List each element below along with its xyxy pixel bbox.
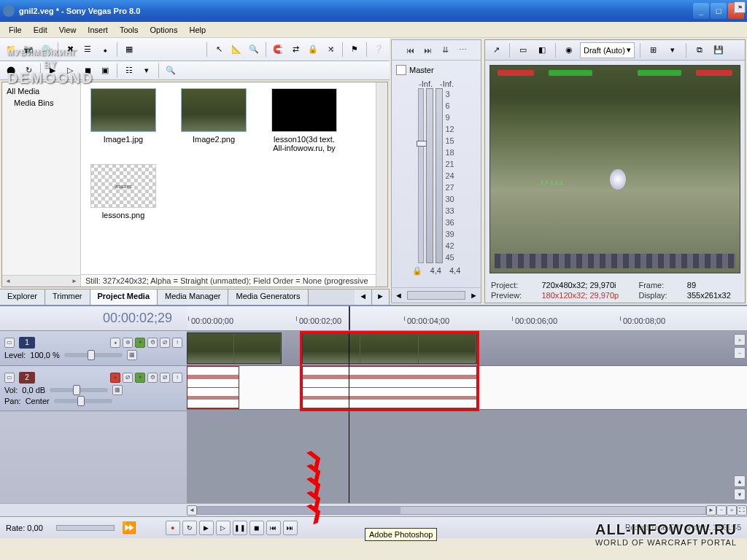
timecode-display[interactable]: 00:00:02;29 xyxy=(0,306,187,330)
pan-slider[interactable] xyxy=(54,399,112,403)
playhead-line[interactable] xyxy=(349,331,349,503)
menu-tools[interactable]: Tools xyxy=(114,24,144,36)
timeline-marker-icon[interactable]: ⚑ xyxy=(734,1,746,13)
menu-view[interactable]: View xyxy=(53,24,82,36)
tree-media-bins[interactable]: Media Bins xyxy=(5,97,77,109)
preview-split-icon[interactable]: ◧ xyxy=(534,42,550,58)
audio-clip-1[interactable] xyxy=(187,366,239,409)
play-from-start-button[interactable]: ▶ xyxy=(199,521,214,535)
hscroll-left[interactable]: ◄ xyxy=(187,505,197,516)
list-view-icon[interactable]: ☷ xyxy=(121,63,137,79)
dropdown-icon[interactable]: ▾ xyxy=(139,63,155,79)
timeline-ruler[interactable]: 00:00:00;00 00:00:02;00 00:00:04;00 00:0… xyxy=(187,306,747,330)
shuttle-icon[interactable]: ⏩ xyxy=(122,521,136,534)
tree-all-media[interactable]: All Media xyxy=(5,85,77,97)
go-end-button[interactable]: ⏭ xyxy=(283,521,298,535)
fit-icon[interactable]: ⛶ xyxy=(737,505,747,516)
end-icon[interactable]: ▣ xyxy=(97,63,113,79)
track-lanes[interactable]: ＋ － ▲ ▼ xyxy=(187,331,747,503)
hzoom-in-icon[interactable]: ＋ xyxy=(727,505,737,516)
track-min-icon[interactable]: ▭ xyxy=(4,338,15,348)
tab-explorer[interactable]: Explorer xyxy=(0,289,45,305)
record-icon[interactable]: ⬤ xyxy=(3,63,19,79)
tab-trimmer[interactable]: Trimmer xyxy=(45,289,90,305)
thumb-image1[interactable]: Image1.jpg xyxy=(87,88,160,152)
preview-quality-icon[interactable]: ◉ xyxy=(561,42,577,58)
tab-media-generators[interactable]: Media Generators xyxy=(228,289,308,305)
search-icon[interactable]: 🔍 xyxy=(163,63,179,79)
crossfade-icon[interactable]: ⤨ xyxy=(322,42,338,58)
menu-options[interactable]: Options xyxy=(144,24,184,36)
vzoom-in-icon[interactable]: ＋ xyxy=(734,334,746,346)
capture-icon[interactable]: 📷 xyxy=(20,42,36,58)
video-preview[interactable]: 7,7-1,1,1 xyxy=(489,65,740,273)
thumb-image2[interactable]: Image2.png xyxy=(177,88,250,152)
tab-project-media[interactable]: Project Media xyxy=(90,289,158,305)
track-height-up-icon[interactable]: ▲ xyxy=(734,475,746,487)
preview-overlay-icon[interactable]: ▾ xyxy=(665,42,681,58)
comp-mode-icon[interactable]: ▦ xyxy=(127,350,137,360)
get-media-icon[interactable]: 💿 xyxy=(38,42,54,58)
vol-slider[interactable] xyxy=(50,388,108,392)
tool-zoom-icon[interactable]: 🔍 xyxy=(246,42,262,58)
level-slider[interactable] xyxy=(64,353,123,357)
solo-icon[interactable]: ! xyxy=(172,338,182,348)
meter-scroll-right[interactable]: ► xyxy=(470,291,478,300)
snap-icon[interactable]: 🧲 xyxy=(270,42,286,58)
invert-phase-icon[interactable]: Ø xyxy=(123,373,133,383)
tab-media-manager[interactable]: Media Manager xyxy=(158,289,228,305)
automation-icon[interactable]: ⚙ xyxy=(147,373,158,383)
meter-next-icon[interactable]: ⏭ xyxy=(421,44,434,57)
tool-envelope-icon[interactable]: 📐 xyxy=(228,42,244,58)
track-fx-icon[interactable]: ✦ xyxy=(135,338,145,348)
stop-button[interactable]: ◼ xyxy=(249,521,264,535)
pause-button[interactable]: ❚❚ xyxy=(233,521,247,535)
meter-scroll-left[interactable]: ◄ xyxy=(395,291,403,300)
menu-help[interactable]: Help xyxy=(183,24,212,36)
master-checkbox[interactable] xyxy=(396,65,406,75)
remove-icon[interactable]: ✖ xyxy=(62,42,78,58)
automation-icon[interactable]: ⚙ xyxy=(147,338,158,348)
stop-icon[interactable]: ◼ xyxy=(80,63,96,79)
preview-grid-icon[interactable]: ⊞ xyxy=(646,42,662,58)
preview-save-icon[interactable]: 💾 xyxy=(711,42,727,58)
mute-icon[interactable]: Ø xyxy=(160,373,170,383)
what-icon[interactable]: ❔ xyxy=(371,42,387,58)
master-fader[interactable] xyxy=(418,88,424,263)
audio-clip-2[interactable] xyxy=(302,366,477,409)
menu-insert[interactable]: Insert xyxy=(82,24,114,36)
meter-prev-icon[interactable]: ⏮ xyxy=(403,44,417,57)
views-icon[interactable]: ▦ xyxy=(121,42,137,58)
arm-record-icon[interactable]: ● xyxy=(110,373,120,383)
track-height-down-icon[interactable]: ▼ xyxy=(734,489,746,500)
tab-scroll-left[interactable]: ◄ xyxy=(355,289,372,305)
video-clip-2[interactable] xyxy=(302,332,477,364)
hscroll-right[interactable]: ► xyxy=(706,505,716,516)
thumb-lesson10[interactable]: lesson10(3d text. All-infowow.ru, by xyxy=(268,88,341,152)
track-header-1[interactable]: ▭ 1 ⬥ ⊕ ✦ ⚙ Ø ! Level: 100,0 % ▦ xyxy=(0,331,187,366)
fx-icon[interactable]: ⬥ xyxy=(97,42,113,58)
rate-slider[interactable] xyxy=(56,525,115,531)
preview-quality-dropdown[interactable]: Draft (Auto)▾ xyxy=(580,42,635,58)
thumb-lessons[interactable]: lessons lessons.png xyxy=(87,164,160,219)
marker-icon[interactable]: ⚑ xyxy=(347,42,363,58)
auto-ripple-icon[interactable]: ⇄ xyxy=(287,42,303,58)
tree-hscroll[interactable] xyxy=(2,275,80,287)
play-icon[interactable]: ▷ xyxy=(62,63,78,79)
loop-icon[interactable]: ↻ xyxy=(20,63,36,79)
hzoom-out-icon[interactable]: － xyxy=(716,505,727,516)
track-fx-icon[interactable]: ✦ xyxy=(135,373,145,383)
record-button[interactable]: ● xyxy=(166,521,180,535)
preview-copy-icon[interactable]: ⧉ xyxy=(692,42,708,58)
import-icon[interactable]: 📁 xyxy=(3,42,19,58)
maximize-button[interactable]: □ xyxy=(711,3,727,19)
media-tree[interactable]: All Media Media Bins xyxy=(2,82,81,287)
video-clip-1[interactable] xyxy=(187,332,282,364)
properties-icon[interactable]: ☰ xyxy=(80,42,96,58)
media-vscroll[interactable] xyxy=(376,82,387,287)
track-header-2[interactable]: ▭ 2 ● Ø ✦ ⚙ Ø ! Vol: 0,0 dB ▦ xyxy=(0,366,187,411)
lock-icon[interactable]: 🔒 xyxy=(305,42,321,58)
track-motion-icon[interactable]: ⊕ xyxy=(123,338,133,348)
vzoom-out-icon[interactable]: － xyxy=(734,347,746,359)
menu-file[interactable]: File xyxy=(3,24,28,36)
